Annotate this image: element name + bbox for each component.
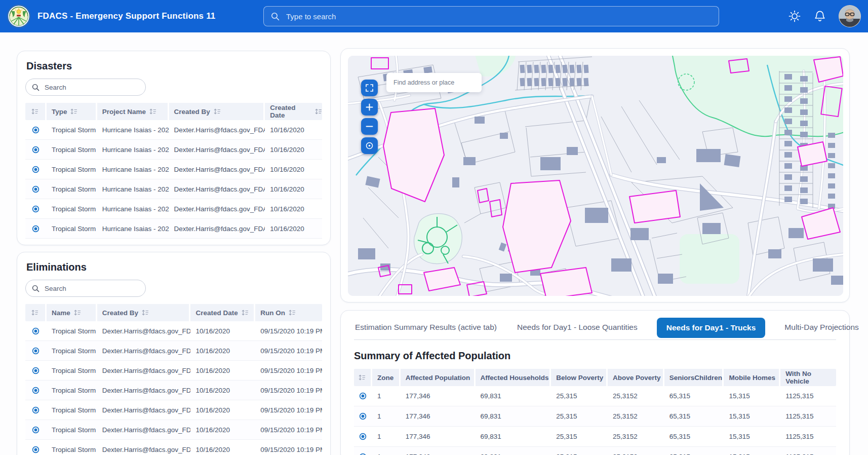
- map-address-search-input[interactable]: [392, 79, 476, 87]
- tab-estimation-summary-results-active-tab[interactable]: Estimation Summary Results (active tab): [354, 317, 498, 339]
- row-radio-icon[interactable]: [32, 406, 40, 414]
- sort-icon[interactable]: [70, 108, 77, 115]
- column-header[interactable]: Created By: [97, 304, 191, 321]
- row-select-cell[interactable]: [25, 185, 47, 193]
- map-canvas[interactable]: [348, 56, 843, 296]
- row-select-cell[interactable]: [354, 453, 372, 455]
- table-cell: Dexter.Harris@fdacs.gov_FDACS: [169, 146, 265, 154]
- column-header[interactable]: Project Name: [97, 103, 169, 120]
- row-radio-icon[interactable]: [32, 185, 40, 193]
- table-row[interactable]: Tropical StormHurricane Isaias - 2020Dex…: [25, 199, 322, 219]
- table-row[interactable]: 1177,34669,83125,31525,315265,31515,3151…: [354, 427, 836, 447]
- table-row[interactable]: 1177,34669,83125,31525,315265,31515,3151…: [354, 406, 836, 427]
- table-row[interactable]: Tropical StormHurricane Isaias - 2020Dex…: [25, 179, 322, 199]
- disasters-search-input[interactable]: [44, 83, 139, 92]
- row-select-cell[interactable]: [25, 406, 47, 414]
- column-header[interactable]: Affected Population: [401, 369, 476, 386]
- disasters-search[interactable]: [25, 79, 146, 96]
- table-row[interactable]: Tropical StormDexter.Harris@fdacs.gov_FD…: [25, 440, 322, 455]
- row-select-cell[interactable]: [25, 446, 47, 453]
- column-header[interactable]: Created By: [169, 103, 265, 120]
- map-fullscreen-button[interactable]: [361, 80, 378, 96]
- row-select-cell[interactable]: [25, 387, 47, 394]
- tab-multi-day-projections[interactable]: Multi-Day Projections: [783, 317, 859, 339]
- user-avatar[interactable]: [839, 5, 861, 27]
- row-radio-icon[interactable]: [32, 205, 40, 213]
- table-row[interactable]: Tropical StormHurricane Isaias - 2020Dex…: [25, 160, 322, 179]
- row-radio-icon[interactable]: [359, 433, 367, 440]
- row-select-cell[interactable]: [25, 347, 47, 355]
- row-select-cell[interactable]: [25, 225, 47, 233]
- row-select-cell[interactable]: [25, 126, 47, 134]
- row-radio-icon[interactable]: [32, 126, 40, 134]
- table-row[interactable]: Tropical StormDexter.Harris@fdacs.gov_FD…: [25, 420, 322, 440]
- map-zoom-out-button[interactable]: [361, 118, 378, 135]
- table-row[interactable]: Tropical StormHurricane Isaias - 2020Dex…: [25, 120, 322, 140]
- row-radio-icon[interactable]: [32, 446, 40, 453]
- column-header[interactable]: Mobile Homes: [724, 369, 780, 386]
- column-header[interactable]: SeniorsChildren: [664, 369, 724, 386]
- row-radio-icon[interactable]: [32, 327, 40, 335]
- global-search-input[interactable]: [285, 12, 712, 21]
- table-row[interactable]: Tropical StormDexter.Harris@fdacs.gov_FD…: [25, 321, 322, 341]
- row-radio-icon[interactable]: [32, 387, 40, 394]
- column-header[interactable]: Zone: [372, 369, 401, 386]
- sort-icon[interactable]: [31, 310, 38, 316]
- column-header[interactable]: Below Poverty: [551, 369, 608, 386]
- map-locate-button[interactable]: [361, 137, 378, 154]
- notifications-bell-icon[interactable]: [813, 10, 826, 23]
- column-header[interactable]: Type: [47, 103, 97, 120]
- sort-icon[interactable]: [289, 310, 296, 316]
- theme-toggle-sun-icon[interactable]: [788, 10, 801, 23]
- row-select-cell[interactable]: [354, 412, 372, 420]
- column-header[interactable]: Affected Households: [476, 369, 551, 386]
- table-cell: Dexter.Harris@fdacs.gov_FDACS: [97, 426, 191, 434]
- column-header[interactable]: With No Vehicle: [780, 369, 836, 386]
- global-search[interactable]: [263, 6, 719, 26]
- row-radio-icon[interactable]: [32, 426, 40, 434]
- row-radio-icon[interactable]: [32, 146, 40, 154]
- column-header[interactable]: Run On: [255, 304, 322, 321]
- eliminations-search[interactable]: [25, 280, 146, 297]
- sort-icon[interactable]: [315, 108, 322, 115]
- column-header[interactable]: Created Date: [190, 304, 255, 321]
- map-zoom-in-button[interactable]: [361, 99, 378, 116]
- tab-needs-for-day1-loose-quantities[interactable]: Needs for Day1 - Loose Quantities: [516, 317, 639, 339]
- sort-icon[interactable]: [214, 108, 221, 115]
- row-select-cell[interactable]: [25, 327, 47, 335]
- table-row[interactable]: Tropical StormDexter.Harris@fdacs.gov_FD…: [25, 381, 322, 400]
- row-select-cell[interactable]: [25, 146, 47, 154]
- row-radio-icon[interactable]: [32, 347, 40, 355]
- column-header[interactable]: Above Poverty: [608, 369, 664, 386]
- sort-icon[interactable]: [242, 310, 249, 316]
- row-select-cell[interactable]: [25, 166, 47, 173]
- row-select-cell[interactable]: [354, 433, 372, 440]
- row-radio-icon[interactable]: [359, 412, 367, 420]
- column-header[interactable]: Name: [47, 304, 97, 321]
- row-select-cell[interactable]: [354, 392, 372, 400]
- sort-icon[interactable]: [142, 310, 149, 316]
- table-row[interactable]: Tropical StormDexter.Harris@fdacs.gov_FD…: [25, 361, 322, 381]
- row-select-cell[interactable]: [25, 205, 47, 213]
- tab-needs-for-day1-trucks[interactable]: Needs for Day1 - Trucks: [657, 318, 766, 338]
- table-row[interactable]: Tropical StormDexter.Harris@fdacs.gov_FD…: [25, 400, 322, 420]
- sort-icon[interactable]: [74, 310, 81, 316]
- map-address-search[interactable]: [386, 73, 482, 92]
- table-row[interactable]: Tropical StormHurricane Isaias - 2020Dex…: [25, 219, 322, 239]
- row-select-cell[interactable]: [25, 367, 47, 374]
- row-radio-icon[interactable]: [359, 392, 367, 400]
- row-radio-icon[interactable]: [32, 225, 40, 233]
- row-radio-icon[interactable]: [32, 166, 40, 173]
- row-select-cell[interactable]: [25, 426, 47, 434]
- row-radio-icon[interactable]: [359, 453, 367, 455]
- row-radio-icon[interactable]: [32, 367, 40, 374]
- eliminations-search-input[interactable]: [44, 284, 139, 293]
- sort-icon[interactable]: [359, 374, 366, 381]
- table-row[interactable]: 1177,34669,83125,31525,315265,31515,3151…: [354, 386, 836, 406]
- table-row[interactable]: Tropical StormDexter.Harris@fdacs.gov_FD…: [25, 341, 322, 361]
- sort-icon[interactable]: [31, 108, 38, 115]
- table-row[interactable]: 1177,34669,83125,31525,315265,31515,3151…: [354, 447, 836, 455]
- table-row[interactable]: Tropical StormHurricane Isaias - 2020Dex…: [25, 140, 322, 160]
- column-header[interactable]: Created Date: [265, 103, 322, 120]
- sort-icon[interactable]: [149, 108, 156, 115]
